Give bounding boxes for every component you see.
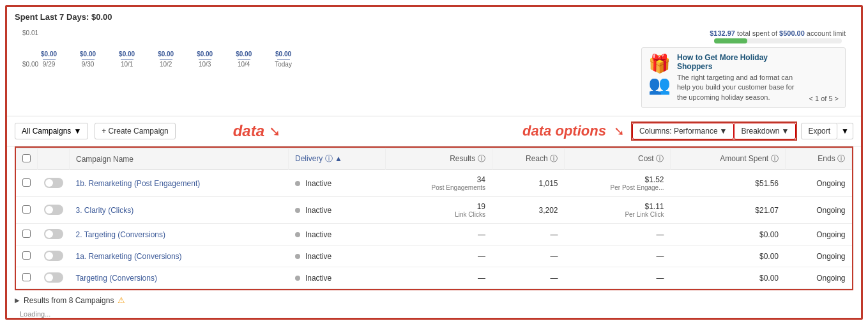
reach-header: Reach ⓘ [492, 148, 564, 170]
export-button[interactable]: Export [801, 123, 837, 139]
status-dot-icon [295, 276, 300, 281]
delivery-cell: Inactive [289, 246, 386, 267]
chart-bar [160, 59, 172, 59]
row-checkbox[interactable] [22, 273, 31, 281]
chart-column[interactable]: $0.00 9/29 [41, 51, 57, 68]
campaign-name-link[interactable]: Targeting (Conversions) [76, 274, 157, 283]
results-summary-label: Results from 8 Campaigns [24, 296, 114, 305]
chart-amount-link[interactable]: $0.00 [41, 51, 57, 58]
row-toggle-cell[interactable] [38, 246, 70, 267]
all-campaigns-filter[interactable]: All Campaigns ▼ [15, 123, 88, 139]
chart-column[interactable]: $0.00 Today [275, 51, 292, 68]
chart-date: 10/1 [121, 61, 133, 68]
campaign-name-cell: 3. Clarity (Clicks) [70, 197, 289, 224]
chart-amount-link[interactable]: $0.00 [236, 51, 252, 58]
right-promo: $132.97 total spent of $500.00 account l… [641, 29, 846, 108]
campaign-name-link[interactable]: 2. Targeting (Conversions) [76, 230, 166, 239]
table-body: 1b. Remarketing (Post Engagement) Inacti… [16, 170, 852, 289]
delivery-cell: Inactive [289, 170, 386, 197]
cost-header: Cost ⓘ [565, 148, 671, 170]
row-toggle[interactable] [44, 251, 63, 261]
chart-column[interactable]: $0.00 10/3 [197, 51, 213, 68]
spend-limit-text: $132.97 total spent of $500.00 account l… [710, 29, 846, 37]
app-container: Spent Last 7 Days: $0.00 $0.01 $0.00 $0.… [5, 5, 863, 320]
chart-bar [199, 59, 211, 59]
row-checkbox[interactable] [22, 178, 31, 187]
ends-header: Ends ⓘ [785, 148, 851, 170]
row-checkbox[interactable] [22, 205, 31, 214]
chart-column[interactable]: $0.00 10/4 [236, 51, 252, 68]
ends-value: Ongoing [816, 206, 845, 215]
table-row: 3. Clarity (Clicks) Inactive 19 Link Cli… [16, 197, 852, 224]
expand-icon[interactable]: ▶ [15, 297, 20, 304]
chart-area: $0.01 $0.00 $0.00 9/29 $0.00 9/30 $0.00 … [22, 29, 641, 68]
cost-cell: — [565, 224, 671, 246]
footer-row: ▶ Results from 8 Campaigns ⚠ [7, 290, 861, 310]
promo-nav[interactable]: < 1 of 5 > [809, 95, 839, 102]
delivery-status: Inactive [305, 206, 331, 215]
campaign-name-cell: Targeting (Conversions) [70, 267, 289, 289]
campaigns-table: Campaign Name Delivery ⓘ ▲ Results ⓘ Rea… [16, 148, 852, 289]
campaign-name-link[interactable]: 1a. Remarketing (Conversions) [76, 252, 182, 261]
toggle-knob [45, 252, 53, 260]
row-toggle-cell[interactable] [38, 224, 70, 246]
table-row: 2. Targeting (Conversions) Inactive — — … [16, 224, 852, 246]
cost-value: — [571, 274, 664, 283]
progress-fill [714, 38, 747, 43]
chart-column[interactable]: $0.00 9/30 [80, 51, 96, 68]
columns-button[interactable]: Columns: Performance ▼ [632, 123, 735, 139]
reach-value: — [551, 274, 558, 283]
create-campaign-button[interactable]: + Create Campaign [95, 123, 175, 139]
select-all-checkbox[interactable] [22, 154, 31, 162]
cost-value: — [571, 252, 664, 261]
reach-cell: — [492, 267, 564, 289]
chart-amount-link[interactable]: $0.00 [119, 51, 135, 58]
results-cell: 19 Link Clicks [385, 197, 492, 224]
results-value: 19 [392, 202, 485, 211]
chart-date: Today [275, 61, 292, 68]
chart-amount-link[interactable]: $0.00 [158, 51, 174, 58]
chart-column[interactable]: $0.00 10/2 [158, 51, 174, 68]
campaign-name-cell: 1a. Remarketing (Conversions) [70, 246, 289, 267]
chart-column[interactable]: $0.00 10/1 [119, 51, 135, 68]
chart-amount-link[interactable]: $0.00 [275, 51, 291, 58]
row-checkbox[interactable] [22, 230, 31, 238]
select-all-checkbox-header[interactable] [16, 148, 38, 170]
reach-info-icon: ⓘ [550, 154, 558, 163]
ends-cell: Ongoing [785, 246, 851, 267]
row-toggle[interactable] [44, 272, 63, 283]
row-checkbox-cell[interactable] [16, 224, 38, 246]
row-checkbox-cell[interactable] [16, 170, 38, 197]
data-annotation-text: data [233, 122, 264, 139]
delivery-header[interactable]: Delivery ⓘ ▲ [289, 148, 386, 170]
delivery-cell: Inactive [289, 267, 386, 289]
filter-caret-icon: ▼ [73, 127, 81, 136]
export-caret-button[interactable]: ▼ [837, 123, 853, 139]
row-toggle-cell[interactable] [38, 267, 70, 289]
cost-cell: $1.11 Per Link Click [565, 197, 671, 224]
warning-icon: ⚠ [118, 295, 125, 305]
campaign-name-link[interactable]: 3. Clarity (Clicks) [76, 206, 134, 215]
all-campaigns-label: All Campaigns [22, 127, 71, 136]
cost-value: $1.11 [571, 202, 664, 211]
row-checkbox-cell[interactable] [16, 246, 38, 267]
amount-spent-header: Amount Spent ⓘ [671, 148, 786, 170]
row-toggle-cell[interactable] [38, 170, 70, 197]
row-toggle[interactable] [44, 229, 63, 239]
chart-bar [121, 59, 133, 59]
breakdown-button[interactable]: Breakdown ▼ [734, 123, 796, 139]
row-toggle[interactable] [44, 178, 63, 188]
row-checkbox[interactable] [22, 251, 31, 260]
ends-cell: Ongoing [785, 197, 851, 224]
campaign-name-cell: 2. Targeting (Conversions) [70, 224, 289, 246]
ends-cell: Ongoing [785, 224, 851, 246]
row-toggle-cell[interactable] [38, 197, 70, 224]
row-checkbox-cell[interactable] [16, 197, 38, 224]
row-toggle[interactable] [44, 205, 63, 215]
reach-value: — [551, 230, 558, 239]
row-checkbox-cell[interactable] [16, 267, 38, 289]
chart-amount-link[interactable]: $0.00 [197, 51, 213, 58]
delivery-status: Inactive [305, 252, 331, 261]
campaign-name-link[interactable]: 1b. Remarketing (Post Engagement) [76, 179, 201, 188]
chart-amount-link[interactable]: $0.00 [80, 51, 96, 58]
